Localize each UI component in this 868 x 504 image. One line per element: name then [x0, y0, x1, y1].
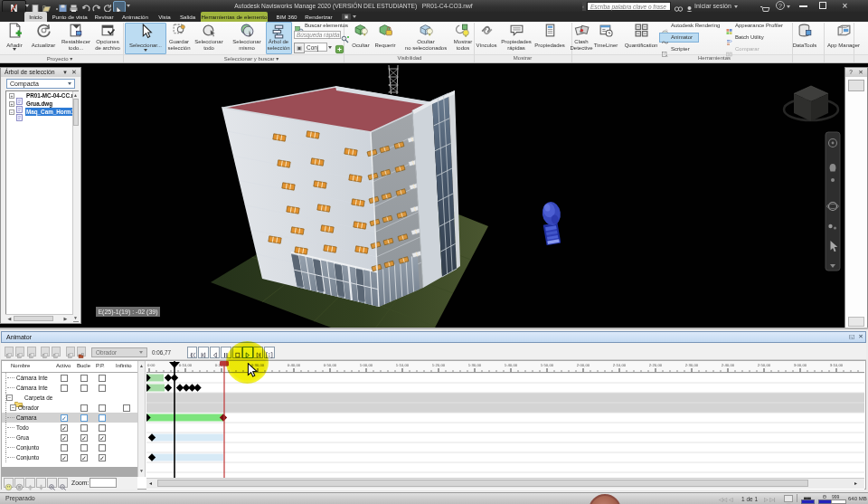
svg-text:1:10,00: 1:10,00 — [396, 363, 410, 367]
svg-text:1:50,00: 1:50,00 — [541, 363, 554, 367]
svg-text:2:30,00: 2:30,00 — [685, 363, 699, 367]
svg-text:3:10,00: 3:10,00 — [830, 363, 844, 367]
svg-text:1:00,00: 1:00,00 — [360, 363, 373, 367]
svg-text:0:40,00: 0:40,00 — [288, 363, 301, 367]
svg-text:2:00,00: 2:00,00 — [577, 363, 590, 367]
svg-text:1:20,00: 1:20,00 — [432, 363, 446, 367]
svg-text:2:20,00: 2:20,00 — [649, 363, 663, 367]
svg-text:3:00,00: 3:00,00 — [794, 363, 807, 367]
svg-text:1:40,00: 1:40,00 — [505, 363, 518, 367]
svg-text:0:50,00: 0:50,00 — [324, 363, 337, 367]
svg-text:2:40,00: 2:40,00 — [722, 363, 735, 367]
svg-text:0:10,00: 0:10,00 — [179, 363, 193, 367]
svg-text:2:50,00: 2:50,00 — [758, 363, 771, 367]
svg-text:0:00: 0:00 — [147, 363, 156, 367]
svg-text:1:30,00: 1:30,00 — [468, 363, 482, 367]
svg-text:2:10,00: 2:10,00 — [613, 363, 627, 367]
